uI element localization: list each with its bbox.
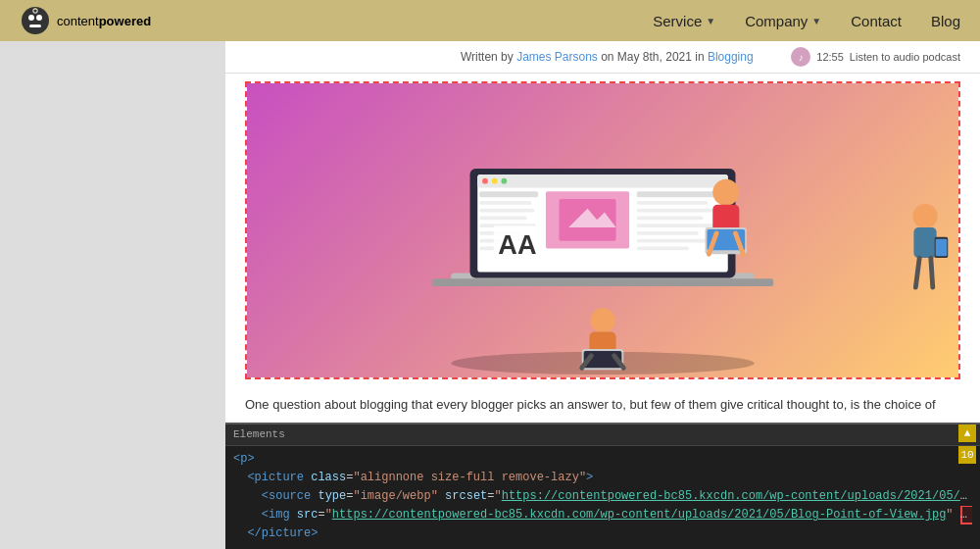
nav-item-company[interactable]: Company ▼ [745, 13, 821, 29]
devtools-panel[interactable]: Elements <p> <picture class="alignnone s… [225, 423, 980, 550]
sidebar [0, 41, 225, 549]
svg-rect-8 [432, 278, 773, 286]
warning-badge-count: 10 [958, 446, 976, 464]
svg-rect-31 [637, 231, 699, 235]
svg-rect-11 [477, 175, 727, 188]
main-content: Written by James Parsons on May 8th, 202… [0, 41, 980, 549]
svg-line-53 [931, 258, 933, 287]
service-dropdown-arrow: ▼ [706, 16, 715, 26]
svg-rect-27 [637, 201, 709, 205]
author-link[interactable]: James Parsons [516, 50, 598, 64]
article-header: Written by James Parsons on May 8th, 202… [225, 41, 980, 74]
devtools-title: Elements [233, 428, 285, 440]
svg-point-5 [34, 8, 36, 10]
svg-rect-20 [479, 209, 534, 213]
svg-point-1 [28, 15, 34, 21]
svg-rect-19 [479, 201, 531, 205]
nav-item-blog[interactable]: Blog [931, 13, 960, 29]
blog-illustration: AA [247, 83, 958, 377]
audio-icon: ♪ [791, 47, 810, 67]
svg-line-52 [915, 258, 919, 287]
logo-text: contentpowered [57, 14, 151, 28]
svg-rect-30 [637, 224, 714, 227]
nav-item-contact[interactable]: Contact [851, 13, 902, 29]
svg-text:AA: AA [498, 229, 536, 260]
devtools-line-picture: <picture class="alignnone size-full remo… [233, 469, 972, 487]
svg-rect-51 [936, 239, 948, 256]
featured-image: AA [247, 83, 958, 377]
svg-point-48 [912, 204, 937, 228]
svg-rect-29 [637, 216, 704, 220]
svg-rect-49 [913, 227, 936, 258]
svg-rect-33 [637, 246, 689, 250]
article-meta: Written by James Parsons on May 8th, 202… [461, 50, 754, 64]
svg-rect-26 [637, 191, 720, 197]
logo[interactable]: contentpowered [20, 5, 151, 36]
svg-point-2 [36, 15, 42, 21]
warning-badge-triangle: ▲ [958, 424, 976, 442]
svg-point-13 [492, 178, 498, 184]
nav-menu: Service ▼ Company ▼ Contact Blog [653, 13, 960, 29]
devtools-toolbar: Elements [225, 424, 980, 446]
svg-point-14 [501, 178, 507, 184]
devtools-line-picture-close: </picture> [233, 524, 972, 543]
company-dropdown-arrow: ▼ [811, 16, 821, 26]
devtools-line-source: <source type="image/webp" srcset="https:… [233, 487, 972, 506]
content-area: Written by James Parsons on May 8th, 202… [225, 41, 980, 549]
svg-point-12 [482, 178, 488, 184]
featured-image-container: AA [245, 81, 960, 379]
navbar: contentpowered Service ▼ Company ▼ Conta… [0, 0, 980, 41]
logo-icon [20, 5, 51, 36]
svg-point-36 [712, 179, 739, 206]
svg-rect-3 [29, 25, 41, 27]
article-text: One question about blogging that every b… [225, 387, 980, 423]
devtools-line-p: <p> [233, 450, 972, 469]
devtools-line-img: <img src="https://contentpowered-bc85.kx… [233, 506, 972, 524]
audio-badge: ♪ 12:55 Listen to audio podcast [791, 47, 960, 67]
svg-point-42 [590, 308, 614, 332]
nav-item-service[interactable]: Service ▼ [653, 13, 715, 29]
svg-rect-21 [479, 216, 526, 220]
category-link[interactable]: Blogging [708, 50, 754, 64]
svg-rect-18 [479, 191, 538, 197]
page-body: Written by James Parsons on May 8th, 202… [0, 41, 980, 549]
devtools-content: <p> <picture class="alignnone size-full … [225, 446, 980, 548]
svg-rect-32 [637, 239, 710, 243]
svg-rect-28 [637, 209, 712, 213]
